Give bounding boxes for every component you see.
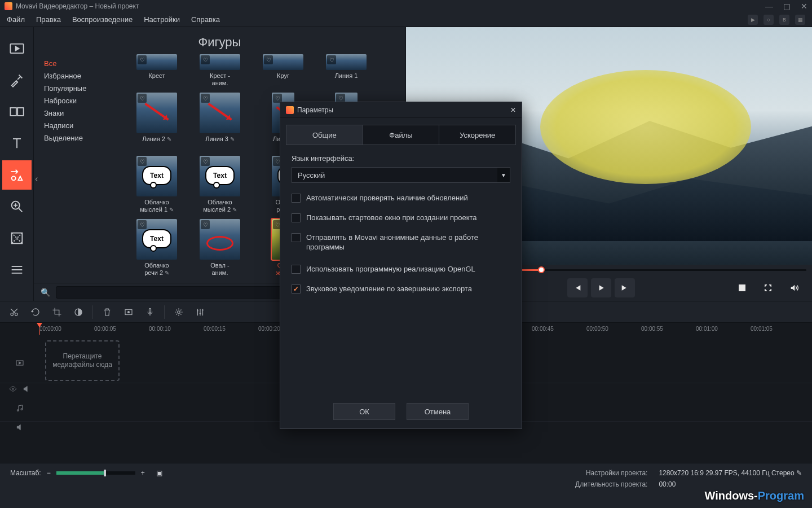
category-highlight[interactable]: Выделение: [44, 132, 121, 144]
checkbox-opt-1[interactable]: [292, 213, 301, 222]
equalizer-tool[interactable]: [191, 304, 210, 321]
clip-props-tool[interactable]: [169, 304, 188, 321]
category-all[interactable]: Все: [44, 58, 121, 70]
menu-edit[interactable]: Правка: [36, 15, 61, 24]
vk-icon[interactable]: В: [779, 15, 789, 25]
menu-file[interactable]: Файл: [7, 15, 25, 24]
minimize-button[interactable]: —: [765, 2, 773, 11]
eye-icon[interactable]: [9, 385, 17, 393]
tool-titles[interactable]: [2, 129, 32, 158]
maximize-button[interactable]: ▢: [783, 2, 791, 11]
category-favorites[interactable]: Избранное: [44, 70, 121, 82]
favorite-icon[interactable]: ♡: [201, 157, 210, 166]
shape-thumb-label: Круг: [277, 72, 289, 88]
tool-transitions[interactable]: [2, 97, 32, 126]
volume-button[interactable]: [784, 278, 804, 297]
linked-audio-icon[interactable]: [23, 385, 30, 393]
color-tool[interactable]: [69, 304, 88, 321]
titlebar: Movavi Видеоредактор – Новый проект — ▢ …: [0, 0, 812, 12]
svg-rect-5: [11, 233, 22, 244]
tool-filters[interactable]: [2, 65, 32, 95]
shape-thumb[interactable]: ♡: [326, 54, 367, 70]
next-frame-button[interactable]: [615, 278, 635, 297]
menu-help[interactable]: Справка: [191, 15, 220, 24]
menu-play[interactable]: Воспроизведение: [72, 15, 133, 24]
shape-thumb[interactable]: ♡: [136, 54, 177, 70]
dialog-close-button[interactable]: ✕: [510, 106, 516, 114]
category-sketches[interactable]: Наброски: [44, 95, 121, 107]
svg-point-15: [12, 388, 14, 389]
tool-more[interactable]: [2, 255, 32, 284]
tab-files[interactable]: Файлы: [363, 125, 440, 145]
play-button[interactable]: [591, 278, 611, 297]
shape-thumb[interactable]: ♡Text: [136, 219, 177, 260]
drop-media-hint[interactable]: Перетащите медиафайлы сюда: [45, 340, 120, 381]
shape-thumb[interactable]: ♡: [136, 93, 177, 133]
checkbox-opt-0[interactable]: [292, 194, 301, 203]
scrub-head[interactable]: [538, 266, 545, 273]
prev-frame-button[interactable]: [567, 278, 588, 297]
tool-zoom[interactable]: [2, 192, 32, 221]
zoom-in-button[interactable]: +: [141, 469, 145, 477]
shape-thumb[interactable]: ♡: [200, 93, 240, 133]
checkbox-label: Показывать стартовое окно при создании п…: [306, 213, 477, 222]
undock-button[interactable]: [732, 278, 752, 297]
delete-tool[interactable]: [98, 304, 117, 321]
checkbox-opt-4[interactable]: [292, 284, 301, 294]
ok-icon[interactable]: ○: [764, 15, 774, 25]
favorite-icon[interactable]: ♡: [201, 55, 210, 64]
nav-prev-icon[interactable]: ‹: [35, 173, 38, 185]
shape-thumb[interactable]: ♡: [200, 54, 240, 70]
shape-thumb[interactable]: ♡Text: [136, 156, 177, 196]
favorite-icon[interactable]: ♡: [201, 94, 210, 103]
tool-shapes[interactable]: [2, 160, 32, 190]
edit-proj-icon[interactable]: ✎: [796, 469, 802, 477]
favorite-icon[interactable]: ♡: [138, 55, 147, 64]
category-popular[interactable]: Популярные: [44, 82, 121, 95]
crop-tool[interactable]: [47, 304, 67, 321]
category-list: ‹ Все Избранное Популярные Наброски Знак…: [34, 54, 121, 283]
menu-settings[interactable]: Настройки: [144, 15, 180, 24]
rotate-tool[interactable]: [26, 304, 45, 321]
category-captions[interactable]: Надписи: [44, 120, 121, 132]
youtube-icon[interactable]: ▶: [748, 15, 758, 25]
zoom-out-button[interactable]: −: [47, 469, 51, 477]
checkbox-opt-3[interactable]: [292, 265, 301, 274]
checkbox-opt-2[interactable]: [292, 233, 301, 242]
audio-mute-icon[interactable]: [16, 423, 24, 431]
window-title: Movavi Видеоредактор – Новый проект: [16, 2, 139, 10]
fit-zoom-icon[interactable]: ▣: [156, 469, 162, 477]
tab-acceleration[interactable]: Ускорение: [439, 125, 516, 145]
shape-thumb[interactable]: ♡: [263, 54, 303, 70]
zoom-slider[interactable]: [56, 471, 135, 475]
favorite-icon[interactable]: ♡: [264, 55, 273, 64]
close-button[interactable]: ✕: [801, 2, 807, 11]
proj-settings-value: 1280x720 16:9 29.97 FPS, 44100 Гц Стерео: [659, 469, 794, 477]
favorite-icon[interactable]: ♡: [138, 157, 147, 166]
tab-general[interactable]: Общие: [286, 125, 363, 145]
shape-thumb[interactable]: ♡Text: [200, 156, 240, 196]
fb-icon[interactable]: ▦: [795, 15, 805, 25]
shape-overlay-oval[interactable]: [540, 70, 751, 184]
menubar: Файл Правка Воспроизведение Настройки Сп…: [0, 12, 812, 27]
tool-chroma[interactable]: [2, 224, 32, 253]
duration-value: 00:00: [659, 480, 802, 488]
favorite-icon[interactable]: ♡: [138, 220, 147, 229]
record-tool[interactable]: [140, 304, 160, 321]
favorite-icon[interactable]: ♡: [327, 55, 336, 64]
wizard-tool[interactable]: [119, 304, 138, 321]
cancel-button[interactable]: Отмена: [407, 403, 469, 420]
tool-import[interactable]: [2, 34, 32, 63]
svg-rect-1: [10, 108, 16, 116]
shape-thumb[interactable]: ♡: [200, 219, 240, 260]
category-signs[interactable]: Знаки: [44, 107, 121, 120]
fullscreen-button[interactable]: [758, 278, 778, 297]
favorite-icon[interactable]: ♡: [201, 220, 210, 229]
cut-tool[interactable]: [5, 304, 24, 321]
language-dropdown[interactable]: Русский ▼: [292, 167, 510, 183]
ok-button[interactable]: ОК: [333, 403, 395, 420]
duration-label: Длительность проекта:: [575, 480, 647, 488]
ruler-tick: 00:01:05: [751, 326, 773, 332]
svg-rect-2: [17, 108, 23, 116]
favorite-icon[interactable]: ♡: [138, 94, 147, 103]
